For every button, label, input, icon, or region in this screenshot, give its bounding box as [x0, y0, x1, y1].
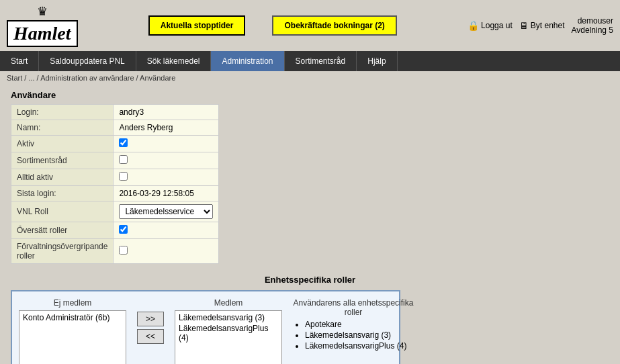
vnl-roll-cell: Läkemedelsservice Administrator Läkare S…: [114, 201, 219, 222]
header: ♛ Hamlet Aktuella stopptider Obekräftade…: [0, 0, 620, 51]
forvaltning-checkbox-cell: [114, 239, 219, 264]
entity-roles-box: Ej medlem Konto Administratör (6b) >> <<…: [11, 290, 400, 364]
add-to-member-button[interactable]: >>: [137, 312, 164, 326]
medlem-listbox[interactable]: Läkemedelsansvarig (3) Läkemedelsansvari…: [175, 310, 282, 364]
login-value: andry3: [114, 105, 219, 120]
aktiv-checkbox-cell: [114, 136, 219, 152]
all-roles-list: Apotekare Läkemedelsansvarig (3) Läkemed…: [293, 320, 414, 351]
breadcrumb: Start / ... / Administration av användar…: [0, 71, 620, 85]
avdelning: Avdelning 5: [572, 26, 614, 35]
byt-enhet-link[interactable]: 🖥 Byt enhet: [519, 20, 565, 31]
sortimentsrad-label: Sortimentsråd: [11, 152, 114, 169]
oversatt-roller-label: Översätt roller: [11, 222, 114, 239]
sista-login-value: 2016-03-29 12:58:05: [114, 186, 219, 201]
vnl-roll-select[interactable]: Läkemedelsservice Administrator Läkare S…: [119, 204, 213, 219]
table-row: Sista login: 2016-03-29 12:58:05: [11, 186, 219, 201]
all-roles-title: Användarens alla enhetsspecifika roller: [293, 298, 414, 317]
aktiv-checkbox[interactable]: [119, 138, 128, 147]
nav-administration[interactable]: Administration: [211, 51, 284, 71]
user-form: Login: andry3 Namn: Anders Ryberg Aktiv …: [11, 104, 219, 264]
table-row: Översätt roller: [11, 222, 219, 239]
nav-saldouppdatera[interactable]: Saldouppdatera PNL: [39, 51, 136, 71]
entity-roles-section: Enhetsspecifika roller Ej medlem Konto A…: [11, 275, 609, 364]
namn-label: Namn:: [11, 120, 114, 136]
sortimentsrad-checkbox-cell: [114, 152, 219, 169]
username: demouser: [572, 16, 614, 26]
aktuella-stopptider-button[interactable]: Aktuella stopptider: [148, 15, 246, 36]
list-item[interactable]: Konto Administratör (6b): [21, 312, 124, 323]
list-item: LäkemedelsansvarigPlus (4): [305, 341, 414, 351]
oversatt-roller-checkbox-cell: [114, 222, 219, 239]
list-item[interactable]: Läkemedelsansvarig (3): [177, 312, 280, 323]
aktiv-label: Aktiv: [11, 136, 114, 152]
list-item[interactable]: LäkemedelsansvarigPlus (4): [177, 323, 280, 343]
login-label: Login:: [11, 105, 114, 120]
forvaltning-label: Förvaltningsövergripande roller: [11, 239, 114, 264]
table-row: Namn: Anders Ryberg: [11, 120, 219, 136]
vnl-roll-label: VNL Roll: [11, 201, 114, 222]
sista-login-label: Sista login:: [11, 186, 114, 201]
table-row: Alltid aktiv: [11, 169, 219, 186]
arrows-column: >> <<: [137, 298, 164, 344]
alltid-aktiv-checkbox[interactable]: [119, 172, 128, 181]
medlem-title: Medlem: [214, 298, 243, 308]
lock-icon: 🔒: [468, 20, 479, 31]
ej-medlem-listbox[interactable]: Konto Administratör (6b): [19, 310, 126, 364]
all-roles-column: Användarens alla enhetsspecifika roller …: [293, 298, 414, 352]
user-info: demouser Avdelning 5: [572, 16, 614, 35]
nav-hjalp[interactable]: Hjälp: [357, 51, 397, 71]
table-row: Login: andry3: [11, 105, 219, 120]
list-item: Apotekare: [305, 320, 414, 329]
oversatt-roller-checkbox[interactable]: [119, 225, 128, 234]
navbar: Start Saldouppdatera PNL Sök läkemedel A…: [0, 51, 620, 71]
user-section-title: Användare: [11, 90, 609, 100]
sortimentsrad-checkbox[interactable]: [119, 155, 128, 164]
ej-medlem-column: Ej medlem Konto Administratör (6b): [19, 298, 126, 364]
computer-icon: 🖥: [519, 20, 529, 31]
logout-link[interactable]: 🔒 Logga ut: [468, 20, 513, 31]
alltid-aktiv-label: Alltid aktiv: [11, 169, 114, 186]
top-right: 🔒 Logga ut 🖥 Byt enhet demouser Avdelnin…: [468, 16, 613, 35]
header-center: Aktuella stopptider Obekräftade bokninga…: [148, 15, 397, 36]
list-item: Läkemedelsansvarig (3): [305, 330, 414, 340]
nav-sortimentsrad[interactable]: Sortimentsråd: [285, 51, 357, 71]
nav-sok-lakemedel[interactable]: Sök läkemedel: [136, 51, 212, 71]
crown-icon: ♛: [7, 4, 78, 19]
namn-value: Anders Ryberg: [114, 120, 219, 136]
alltid-aktiv-checkbox-cell: [114, 169, 219, 186]
entity-roles-title: Enhetsspecifika roller: [11, 275, 609, 285]
ej-medlem-title: Ej medlem: [54, 298, 92, 308]
table-row: Förvaltningsövergripande roller: [11, 239, 219, 264]
forvaltning-checkbox[interactable]: [119, 246, 128, 255]
medlem-column: Medlem Läkemedelsansvarig (3) Läkemedels…: [175, 298, 282, 364]
nav-start[interactable]: Start: [0, 51, 39, 71]
logo-text: Hamlet: [7, 20, 78, 47]
table-row: VNL Roll Läkemedelsservice Administrator…: [11, 201, 219, 222]
obekraftade-bokningar-button[interactable]: Obekräftade bokningar (2): [272, 15, 396, 36]
remove-from-member-button[interactable]: <<: [137, 329, 164, 344]
main-content: Användare Login: andry3 Namn: Anders Ryb…: [0, 85, 620, 364]
table-row: Aktiv: [11, 136, 219, 152]
logo: ♛ Hamlet: [7, 4, 78, 47]
table-row: Sortimentsråd: [11, 152, 219, 169]
